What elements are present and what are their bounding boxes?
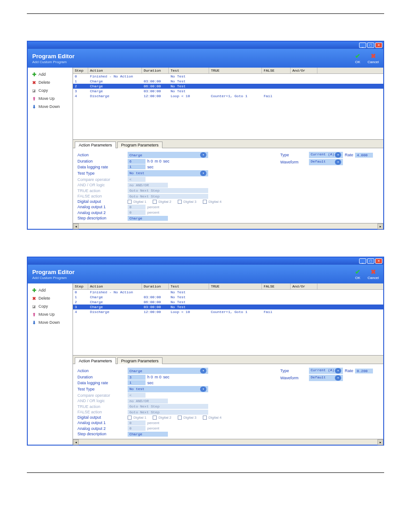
digital4-checkbox[interactable] [203, 200, 207, 204]
type-select[interactable]: Current (A)▾ [309, 152, 343, 158]
delete-icon: ✖ [31, 80, 37, 85]
sidebar-add[interactable]: ✚Add [30, 70, 70, 78]
andor-logic-label: AND / OR logic [77, 399, 126, 403]
sidebar-add[interactable]: ✚Add [30, 286, 70, 294]
chevron-down-icon: ▾ [200, 368, 206, 373]
sidebar-move-down[interactable]: ⬇Move Down [30, 103, 70, 111]
check-icon: ✔ [355, 52, 360, 60]
digital1-checkbox[interactable] [128, 416, 132, 420]
tab-action-parameters[interactable]: Action Parameters [75, 142, 116, 148]
test-type-select[interactable]: No test▾ [128, 386, 208, 392]
digital2-checkbox[interactable] [153, 200, 157, 204]
maximize-button[interactable]: ▢ [367, 43, 374, 48]
analog1-field[interactable]: 0 [128, 420, 146, 425]
rate-field[interactable]: 4.000 [355, 153, 373, 158]
table-row[interactable]: 2Charge06:00:00No Test [73, 84, 383, 89]
analog1-label: Analog output 1 [77, 205, 126, 209]
waveform-select[interactable]: Default▾ [309, 159, 343, 165]
duration-label: Duration [77, 159, 126, 163]
plus-icon: ✚ [31, 287, 37, 293]
action-select[interactable]: Charge▾ [128, 368, 208, 374]
sidebar-copy[interactable]: ◪Copy [30, 302, 70, 310]
table-row[interactable]: 0Finished - No ActionNo Test [73, 74, 383, 79]
sidebar-move-up[interactable]: ⬆Move Up [30, 94, 70, 103]
sidebar-move-down[interactable]: ⬇Move Down [30, 318, 70, 326]
log-rate-field[interactable]: 1 [128, 380, 146, 385]
waveform-label: Waveform [280, 160, 307, 164]
close-button[interactable]: ✕ [375, 258, 382, 264]
sidebar-delete[interactable]: ✖Delete [30, 294, 70, 302]
step-table: StepActionDurationTestTRUEFALSEAnd/Or 0F… [73, 68, 383, 139]
waveform-select[interactable]: Default▾ [309, 375, 343, 381]
copy-icon: ◪ [31, 304, 37, 309]
digital3-checkbox[interactable] [178, 416, 182, 420]
analog1-label: Analog output 1 [77, 420, 126, 425]
table-row[interactable]: 0Finished - No ActionNo Test [73, 290, 383, 295]
cancel-button[interactable]: ✖Cancel [368, 52, 379, 64]
chevron-down-icon: ▾ [335, 152, 341, 158]
scroll-left-icon[interactable]: ◂ [73, 223, 79, 229]
analog1-field[interactable]: 0 [128, 205, 146, 210]
tab-program-parameters[interactable]: Program Parameters [117, 142, 163, 148]
ok-button[interactable]: ✔OK [355, 52, 360, 64]
analog2-field[interactable]: 0 [128, 426, 146, 431]
chevron-down-icon: ▾ [200, 152, 206, 158]
digital4-checkbox[interactable] [203, 416, 207, 420]
action-select[interactable]: Charge▾ [128, 152, 208, 158]
table-row[interactable]: 1Charge03:00:00No Test [73, 79, 383, 84]
false-action-field: Goto Next Step [128, 194, 208, 199]
tab-program-parameters[interactable]: Program Parameters [117, 357, 163, 364]
cancel-button[interactable]: ✖Cancel [368, 268, 379, 280]
chevron-down-icon: ▾ [200, 171, 206, 176]
digital2-checkbox[interactable] [153, 416, 157, 420]
ok-button[interactable]: ✔OK [355, 268, 360, 280]
analog2-field[interactable]: 0 [128, 210, 146, 215]
test-type-label: Test Type [77, 171, 126, 176]
tab-bar: Action Parameters Program Parameters [73, 355, 383, 364]
compare-op-label: Compare operator [77, 177, 126, 182]
sidebar-copy[interactable]: ◪Copy [30, 86, 70, 94]
false-action-label: FALSE action [77, 410, 126, 414]
table-row[interactable]: 2Charge06:00:00No Test [73, 300, 383, 305]
table-row[interactable]: 4Discharge12:00:00Loop < 10Counter+1, Go… [73, 309, 383, 314]
duration-h-field[interactable]: 6 [128, 159, 146, 164]
false-action-field: Goto Next Step [128, 410, 208, 415]
arrow-up-icon: ⬆ [31, 96, 37, 101]
step-desc-field[interactable]: Charge [128, 432, 168, 437]
true-action-field: Goto Next Step [128, 404, 208, 409]
table-row[interactable]: 3Charge03:00:00No Test [73, 305, 383, 309]
table-header: StepActionDurationTestTRUEFALSEAnd/Or [73, 68, 383, 74]
window-titlebar: _ ▢ ✕ [28, 42, 383, 49]
duration-h-field[interactable]: 3 [128, 375, 146, 380]
minimize-button[interactable]: _ [359, 43, 366, 48]
digital1-checkbox[interactable] [128, 200, 132, 204]
andor-logic-label: AND / OR logic [77, 183, 126, 187]
log-rate-field[interactable]: 1 [128, 164, 146, 169]
scroll-left-icon[interactable]: ◂ [73, 439, 79, 445]
table-row[interactable]: 1Charge03:00:00No Test [73, 295, 383, 300]
horizontal-scrollbar[interactable]: ◂ ▸ [73, 439, 383, 445]
sidebar-move-up[interactable]: ⬆Move Up [30, 310, 70, 318]
chevron-down-icon: ▾ [335, 375, 341, 381]
chevron-down-icon: ▾ [200, 386, 206, 392]
sidebar-delete[interactable]: ✖Delete [30, 78, 70, 86]
digital-output-label: Digital output [77, 199, 126, 204]
horizontal-scrollbar[interactable]: ◂ ▸ [73, 223, 383, 229]
banner-subtitle: Add Custom Program [32, 60, 75, 64]
test-type-select[interactable]: No test▾ [128, 170, 208, 176]
window-titlebar: _ ▢ ✕ [28, 257, 383, 265]
rate-field[interactable]: 0.200 [355, 369, 373, 373]
table-row[interactable]: 4Discharge12:00:00Loop < 10Counter+1, Go… [73, 94, 383, 99]
step-desc-label: Step description [77, 216, 126, 220]
plus-icon: ✚ [31, 72, 37, 77]
type-select[interactable]: Current (A)▾ [309, 368, 343, 374]
tab-action-parameters[interactable]: Action Parameters [75, 357, 116, 364]
digital3-checkbox[interactable] [178, 200, 182, 204]
step-desc-field[interactable]: Charge [128, 216, 168, 221]
maximize-button[interactable]: ▢ [367, 258, 374, 264]
table-row[interactable]: 3Charge03:00:00No Test [73, 89, 383, 94]
scroll-right-icon[interactable]: ▸ [377, 439, 383, 445]
minimize-button[interactable]: _ [359, 258, 366, 264]
scroll-right-icon[interactable]: ▸ [377, 223, 383, 229]
close-button[interactable]: ✕ [375, 43, 382, 48]
